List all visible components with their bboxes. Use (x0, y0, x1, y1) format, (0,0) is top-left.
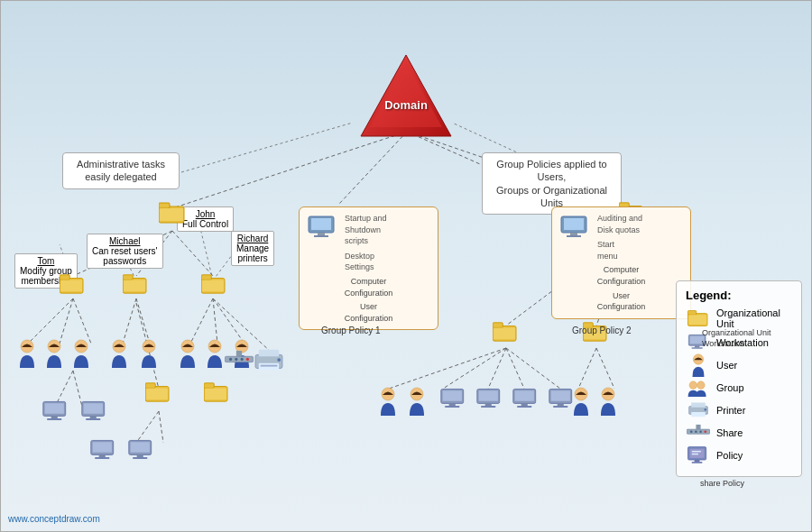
legend-share-label: Share (716, 427, 743, 438)
svg-point-146 (699, 430, 702, 433)
richard-label: RichardManageprinters (231, 231, 274, 266)
svg-rect-77 (45, 403, 64, 414)
legend-policy-label: Policy (716, 450, 743, 461)
legend-item-printer: Printer (686, 401, 792, 419)
admin-annotation: Administrative taskseasily delegated (62, 152, 180, 189)
user-icon-2 (44, 339, 64, 371)
svg-rect-56 (494, 327, 515, 339)
svg-rect-97 (133, 457, 147, 459)
svg-rect-114 (445, 406, 459, 408)
user-icon-1 (17, 339, 37, 371)
svg-line-5 (181, 123, 353, 172)
group-policy-2-label: Group Policy 2 (572, 326, 632, 335)
svg-rect-40 (159, 203, 170, 208)
svg-rect-140 (691, 403, 706, 408)
ou-folder-sub-1 (60, 273, 85, 298)
svg-rect-96 (137, 454, 143, 457)
printer-icon-diagram (252, 348, 286, 377)
workstation-3 (89, 438, 118, 467)
svg-rect-50 (202, 280, 224, 291)
user-icon-rr2 (598, 387, 618, 419)
workstation-4 (127, 438, 156, 467)
legend-user-label: User (716, 360, 737, 371)
ou-workstation-label: Organizational Unit Workstation (702, 328, 811, 349)
group-policy-1-box: Startup andShutdownscripts DesktopSettin… (299, 206, 438, 330)
workstation-r3 (512, 387, 540, 416)
ou-folder-sub-2 (123, 273, 148, 298)
svg-point-101 (277, 358, 281, 362)
svg-rect-46 (123, 275, 133, 280)
svg-rect-102 (261, 365, 278, 367)
group-policy-1-label: Group Policy 1 (321, 326, 381, 335)
svg-line-32 (488, 348, 506, 389)
svg-rect-122 (517, 406, 531, 408)
legend-item-ou: OrganizationalUnit (686, 307, 792, 329)
svg-rect-91 (93, 442, 112, 453)
legend-group-label: Group (716, 382, 744, 393)
svg-rect-141 (691, 412, 706, 417)
user-icon-4 (109, 339, 129, 371)
svg-rect-108 (236, 351, 242, 356)
svg-rect-89 (205, 388, 226, 399)
svg-rect-118 (481, 406, 495, 408)
user-icon-r1 (378, 387, 398, 419)
svg-rect-117 (485, 403, 492, 406)
michael-label: MichaelCan reset users'passwords (87, 234, 163, 269)
gpo-annotation: Group Policies applied to Users,Groups o… (482, 152, 622, 215)
domain-label: Domain (384, 98, 428, 112)
legend-box: Legend: OrganizationalUnit Workstation (676, 280, 802, 477)
network-hub (225, 351, 254, 374)
svg-point-145 (695, 430, 697, 433)
svg-rect-95 (131, 442, 150, 453)
svg-line-33 (506, 348, 524, 389)
svg-rect-44 (60, 280, 82, 291)
svg-rect-155 (692, 462, 703, 463)
svg-line-35 (578, 348, 596, 389)
share-policy-label: share Policy (700, 479, 744, 488)
svg-line-36 (596, 348, 614, 389)
svg-line-20 (213, 298, 217, 344)
svg-rect-41 (160, 208, 183, 221)
svg-rect-67 (567, 235, 581, 237)
svg-line-16 (73, 298, 91, 344)
svg-rect-152 (692, 451, 701, 452)
svg-line-31 (443, 348, 506, 389)
page-title: Active Directory Domain Services Diagram… (1, 1, 811, 33)
svg-rect-79 (47, 418, 61, 420)
svg-point-147 (705, 430, 707, 433)
svg-line-12 (199, 225, 213, 280)
svg-rect-135 (692, 347, 703, 348)
svg-rect-154 (695, 460, 700, 462)
svg-rect-66 (570, 233, 577, 235)
svg-rect-62 (318, 233, 325, 235)
svg-rect-81 (84, 403, 103, 414)
svg-rect-83 (86, 418, 100, 420)
svg-rect-125 (558, 403, 564, 406)
svg-point-107 (246, 358, 249, 361)
svg-marker-38 (370, 61, 442, 127)
svg-rect-151 (690, 449, 705, 458)
svg-point-138 (697, 381, 706, 390)
ou-folder-sub-deep (145, 381, 171, 407)
user-icon-3 (71, 339, 91, 371)
user-icon-rr1 (571, 387, 591, 419)
user-icon-6 (178, 339, 198, 371)
domain-triangle (352, 50, 460, 141)
svg-rect-93 (95, 457, 109, 459)
svg-line-30 (389, 348, 506, 389)
workstation-r1 (439, 387, 468, 416)
user-icon-r2 (407, 387, 427, 419)
svg-rect-88 (204, 383, 214, 389)
user-icon-5 (139, 339, 159, 371)
svg-line-21 (213, 298, 245, 344)
svg-rect-85 (145, 383, 155, 389)
svg-rect-47 (124, 280, 145, 291)
svg-rect-82 (90, 416, 97, 418)
svg-line-9 (172, 231, 213, 276)
legend-item-share: Share (686, 424, 792, 442)
svg-rect-49 (201, 275, 211, 280)
svg-rect-78 (51, 416, 58, 418)
ou-folder-sub-3 (201, 273, 226, 298)
legend-item-group: Group (686, 379, 792, 397)
svg-line-15 (60, 298, 73, 344)
